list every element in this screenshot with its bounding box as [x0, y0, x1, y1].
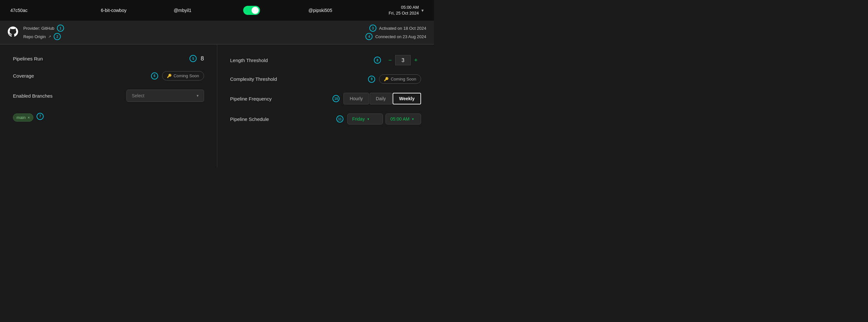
pipeline-frequency-label: Pipeline Frequency: [230, 96, 272, 101]
stepper-plus-button[interactable]: +: [411, 55, 421, 65]
complexity-threshold-row: Complexity Threshold 9 🔑 Coming Soon: [230, 74, 422, 84]
coverage-label: Coverage: [13, 73, 34, 78]
coverage-row: Coverage 6 🔑 Coming Soon: [13, 71, 204, 80]
badge-2: 2: [54, 33, 61, 40]
badge-5: 5: [189, 55, 197, 62]
schedule-time-value: 05:00 AM: [390, 117, 409, 122]
badge-3: 3: [369, 25, 376, 32]
freq-daily-button[interactable]: Daily: [370, 93, 392, 104]
coverage-coming-soon: 🔑 Coming Soon: [162, 71, 204, 80]
length-threshold-row: Length Threshold 8 − 3 +: [230, 55, 422, 65]
info-bar-right: 3 Activated on 18 Oct 2024 4 Connected o…: [366, 25, 426, 40]
info-bar-texts: Provider: GitHub 1 Repo Origin ↗ 2: [23, 25, 64, 40]
pipeline-frequency-right: 10 Hourly Daily Weekly: [333, 93, 421, 104]
toggle-switch[interactable]: [243, 6, 260, 15]
left-panel: Pipelines Run 5 8 Coverage 6 🔑 Coming So…: [0, 44, 217, 167]
key-icon: 🔑: [167, 74, 172, 78]
coverage-right: 6 🔑 Coming Soon: [151, 71, 204, 80]
badge-6: 6: [151, 72, 158, 79]
select-chevron-icon: ▾: [197, 93, 198, 98]
key-icon-2: 🔑: [384, 77, 389, 82]
complexity-threshold-right: 9 🔑 Coming Soon: [368, 74, 421, 84]
stepper-minus-button[interactable]: −: [385, 55, 395, 65]
user2-display: @pipski505: [286, 8, 355, 13]
schedule-time-select[interactable]: 05:00 AM ▾: [385, 114, 421, 125]
repo-display: 6-bit-cowboy: [79, 8, 148, 13]
github-icon: [8, 27, 18, 38]
panels: Pipelines Run 5 8 Coverage 6 🔑 Coming So…: [0, 44, 434, 167]
schedule-time-chevron-icon: ▾: [412, 117, 414, 121]
enabled-branches-row: Enabled Branches Select ▾: [13, 90, 204, 102]
stepper-value: 3: [395, 55, 411, 65]
length-stepper: − 3 +: [385, 55, 421, 65]
schedule-day-chevron-icon: ▾: [367, 117, 369, 121]
info-bar-left: Provider: GitHub 1 Repo Origin ↗ 2: [8, 25, 64, 40]
pipelines-run-value: 8: [200, 55, 204, 62]
pipelines-run-right: 5 8: [189, 55, 204, 62]
toggle-container: [217, 6, 286, 15]
schedule-day-select[interactable]: Friday ▾: [347, 114, 383, 125]
datetime-chevron[interactable]: ▾: [422, 8, 424, 13]
schedule-day-value: Friday: [352, 117, 365, 122]
user1-display: @mbyil1: [148, 8, 217, 13]
connected-row: 4 Connected on 23 Aug 2024: [366, 33, 426, 40]
activated-row: 3 Activated on 18 Oct 2024: [369, 25, 426, 32]
select-placeholder: Select: [132, 93, 145, 98]
freq-buttons: Hourly Daily Weekly: [343, 93, 421, 104]
badge-8: 8: [374, 57, 381, 64]
branch-close-icon[interactable]: ×: [28, 116, 30, 120]
datetime-text: 05:00 AM Fri, 25 Oct 2024: [389, 4, 419, 16]
datetime-display[interactable]: 05:00 AM Fri, 25 Oct 2024 ▾: [355, 4, 424, 16]
schedule-dropdowns: Friday ▾ 05:00 AM ▾: [347, 114, 421, 125]
repo-origin-row: Repo Origin ↗ 2: [23, 33, 64, 40]
top-bar: 47c50ac 6-bit-cowboy @mbyil1 @pipski505 …: [0, 0, 434, 21]
freq-weekly-button[interactable]: Weekly: [393, 93, 421, 104]
branches-select[interactable]: Select ▾: [126, 90, 204, 102]
hash-display: 47c50ac: [10, 8, 79, 13]
pipeline-schedule-row: Pipeline Schedule 11 Friday ▾ 05:00 AM ▾: [230, 114, 422, 125]
freq-hourly-button[interactable]: Hourly: [343, 93, 369, 104]
complexity-coming-soon: 🔑 Coming Soon: [379, 74, 421, 84]
external-link-icon[interactable]: ↗: [48, 35, 51, 39]
badge-7: 7: [36, 113, 44, 120]
badge-1: 1: [57, 25, 64, 32]
pipeline-schedule-right: 11 Friday ▾ 05:00 AM ▾: [336, 114, 421, 125]
provider-label: Provider: GitHub: [23, 26, 54, 31]
length-threshold-right: 8 − 3 +: [374, 55, 421, 65]
pipelines-run-row: Pipelines Run 5 8: [13, 55, 204, 62]
pipelines-run-label: Pipelines Run: [13, 56, 43, 61]
pipeline-frequency-row: Pipeline Frequency 10 Hourly Daily Weekl…: [230, 93, 422, 104]
info-bar: Provider: GitHub 1 Repo Origin ↗ 2 3 Act…: [0, 21, 434, 44]
length-threshold-label: Length Threshold: [230, 58, 268, 63]
badge-9: 9: [368, 76, 375, 83]
badge-11: 11: [336, 116, 343, 123]
repo-origin-label: Repo Origin: [23, 34, 45, 39]
pipeline-schedule-label: Pipeline Schedule: [230, 117, 269, 122]
complexity-threshold-label: Complexity Threshold: [230, 76, 277, 82]
activated-label: Activated on 18 Oct 2024: [379, 26, 426, 31]
enabled-branches-label: Enabled Branches: [13, 93, 53, 99]
right-panel: Length Threshold 8 − 3 + Complexity Thre…: [217, 44, 434, 167]
provider-row: Provider: GitHub 1: [23, 25, 64, 32]
badge-4: 4: [366, 33, 373, 40]
branch-tag-row: main × 7: [13, 111, 204, 122]
main-branch-tag: main ×: [13, 114, 33, 122]
badge-10: 10: [333, 95, 340, 102]
connected-label: Connected on 23 Aug 2024: [375, 34, 426, 39]
branch-name: main: [17, 115, 26, 120]
